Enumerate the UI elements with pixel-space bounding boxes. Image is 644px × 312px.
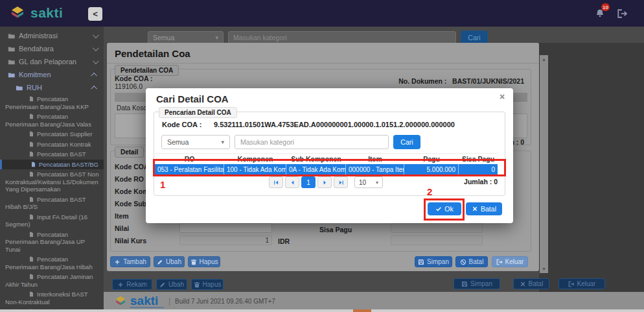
- annotation-box-step1: [153, 159, 506, 176]
- no-dokumen: No. Dokumen : BAST/01/JUKNIS/2021: [398, 77, 524, 85]
- sidebar-folder-item[interactable]: Bendahara: [0, 42, 104, 55]
- document-icon: [17, 256, 34, 264]
- sidebar-item[interactable]: Pencatatan BAST Hibah B/J/S: [0, 195, 104, 212]
- plus-icon: [117, 282, 124, 288]
- nilai-kurs-input[interactable]: 1: [179, 235, 272, 245]
- sidebar-folder-item[interactable]: Komitmen: [0, 68, 104, 81]
- ban-icon: [460, 259, 466, 265]
- page-next-button[interactable]: [317, 176, 332, 188]
- batal-button-modal[interactable]: Batal: [455, 256, 488, 267]
- video-progress-segment: [353, 309, 371, 312]
- scroll-up-icon[interactable]: ▴: [542, 56, 545, 62]
- page-size-select[interactable]: 10 ▾: [354, 176, 383, 188]
- batal-button[interactable]: Batal: [513, 278, 549, 289]
- sidebar-item[interactable]: Interkoneksi BAST Non-Kontraktual: [0, 289, 104, 307]
- chevron-down-icon: [93, 32, 99, 38]
- folder-icon: [8, 45, 15, 53]
- chevron-up-icon: [91, 72, 97, 78]
- category-type-select[interactable]: Semua ▾: [148, 31, 224, 44]
- sidebar-item[interactable]: Pencatatan Penerimaan Barang/Jasa KKP: [0, 94, 104, 112]
- sidebar-item-label: Komitmen: [19, 71, 90, 78]
- folder-icon: [8, 71, 15, 78]
- exit-icon: [496, 259, 503, 265]
- x-icon: [520, 281, 526, 287]
- vertical-scrollbar[interactable]: ▴ ▾: [540, 55, 548, 273]
- build-info: Build 7 Juni 2021 09.26.40 GMT+7: [175, 298, 275, 305]
- sidebar-item-label: RUH: [27, 84, 90, 91]
- item-field-label: Item: [115, 212, 129, 220]
- search-input[interactable]: Masukan kategori: [228, 31, 456, 44]
- sidebar-folder-item[interactable]: Administrasi: [0, 29, 104, 42]
- simpan-button-modal[interactable]: Simpan: [415, 256, 452, 267]
- kode-coa-field-label: Kode COA: [115, 163, 149, 171]
- batal-button-dialog[interactable]: Batal: [466, 202, 502, 215]
- sidebar-item[interactable]: Pencatatan Penerimaan Barang/Jasa Hibah: [0, 254, 104, 272]
- select-value: Semua: [167, 138, 189, 146]
- tab-pencarian-detail-coa: Pencarian Detail COA: [159, 107, 237, 118]
- sisa-pagu-kurs-input[interactable]: [391, 235, 483, 245]
- pencil-icon: [157, 259, 163, 265]
- category-search-input[interactable]: Masukan kategori: [235, 135, 389, 149]
- sidebar-item[interactable]: Input FA Detail (16 Segmen): [0, 212, 104, 230]
- close-icon[interactable]: ×: [500, 91, 505, 102]
- logout-icon[interactable]: [617, 8, 627, 21]
- document-icon: [17, 274, 34, 282]
- nilai-kurs-field-label: Nilai Kurs: [115, 237, 146, 245]
- keluar-label: Keluar: [505, 258, 524, 265]
- sidebar-item[interactable]: Pencatatan BAST/BG: [0, 160, 104, 170]
- tambah-button[interactable]: Tambah: [110, 256, 150, 267]
- rekam-button[interactable]: Rekam: [112, 279, 152, 290]
- page-size-value: 10: [359, 179, 366, 186]
- select-value: Semua: [153, 34, 174, 42]
- sidebar-item[interactable]: Pencatatan Jaminan Akhir Tahun: [0, 272, 104, 289]
- keluar-button-modal[interactable]: Keluar: [492, 256, 528, 267]
- app-name: sakti: [30, 5, 63, 21]
- sidebar-item[interactable]: Pencatatan Penerimaan Barang/Jasa UP Tun…: [0, 230, 104, 255]
- app-logo: sakti: [9, 5, 63, 21]
- scroll-down-icon[interactable]: ▾: [542, 266, 545, 272]
- sisa-pagu-input[interactable]: [391, 223, 483, 233]
- sidebar-item[interactable]: Pencatatan Supplier: [0, 129, 104, 139]
- ubah-button[interactable]: Ubah: [156, 279, 187, 290]
- ubah-button-modal[interactable]: Ubah: [154, 256, 185, 267]
- cari-button[interactable]: Cari: [393, 135, 420, 149]
- page-background-right: [539, 43, 644, 292]
- sidebar-folder-item[interactable]: RUH: [0, 81, 104, 94]
- sidebar-folder-item[interactable]: GL dan Pelaporan: [0, 55, 104, 68]
- document-icon: [17, 291, 34, 299]
- nilai-input[interactable]: [179, 223, 272, 233]
- currency-label: IDR: [278, 237, 290, 245]
- category-type-select[interactable]: Semua ▾: [161, 135, 230, 149]
- search-placeholder: Masukan kategori: [233, 34, 287, 42]
- kode-coa-value: 119106.0: [115, 82, 143, 90]
- page-prev-button[interactable]: [285, 176, 299, 188]
- trash-icon: [194, 282, 200, 288]
- sisa-pagu-label: Sisa Pagu: [319, 226, 352, 234]
- page-first-button[interactable]: [269, 176, 283, 188]
- dialog-title: Cari Detail COA: [156, 93, 229, 104]
- sidebar-item[interactable]: Pencatatan BAST: [0, 149, 104, 160]
- sidebar-item[interactable]: Pencatatan BAST Non Kontraktual/Kwitansi…: [0, 169, 104, 195]
- keluar-button[interactable]: Keluar: [558, 278, 605, 289]
- page-number-button[interactable]: 1: [301, 176, 316, 188]
- sidebar-item-label: Pencatatan BAST/BG: [39, 161, 98, 168]
- pencil-icon: [159, 282, 166, 288]
- app-window: sakti < 10 AdministrasiBendaharaGL dan P…: [0, 0, 644, 312]
- sidebar-item[interactable]: Pencatatan Penerimaan Barang/Jasa Valas: [0, 112, 104, 129]
- exit-icon: [568, 281, 575, 287]
- document-icon: [17, 232, 34, 239]
- hapus-button-modal[interactable]: Hapus: [188, 256, 220, 267]
- simpan-button[interactable]: Simpan: [454, 278, 500, 289]
- notification-badge: 10: [601, 3, 610, 11]
- sidebar-item-label: Pencatatan Supplier: [37, 130, 93, 138]
- plus-icon: [114, 259, 121, 265]
- pagination: 1: [269, 176, 348, 188]
- footer-divider: |: [168, 296, 170, 306]
- sidebar-collapse-button[interactable]: <: [88, 7, 102, 21]
- hapus-button[interactable]: Hapus: [191, 279, 224, 290]
- sidebar-item[interactable]: Pencatatan Kontrak: [0, 139, 104, 150]
- search-button[interactable]: Cari: [461, 30, 488, 44]
- page-last-button[interactable]: [334, 176, 348, 188]
- sidebar-item-label: GL dan Pelaporan: [19, 58, 90, 66]
- chevron-down-icon: [93, 45, 99, 51]
